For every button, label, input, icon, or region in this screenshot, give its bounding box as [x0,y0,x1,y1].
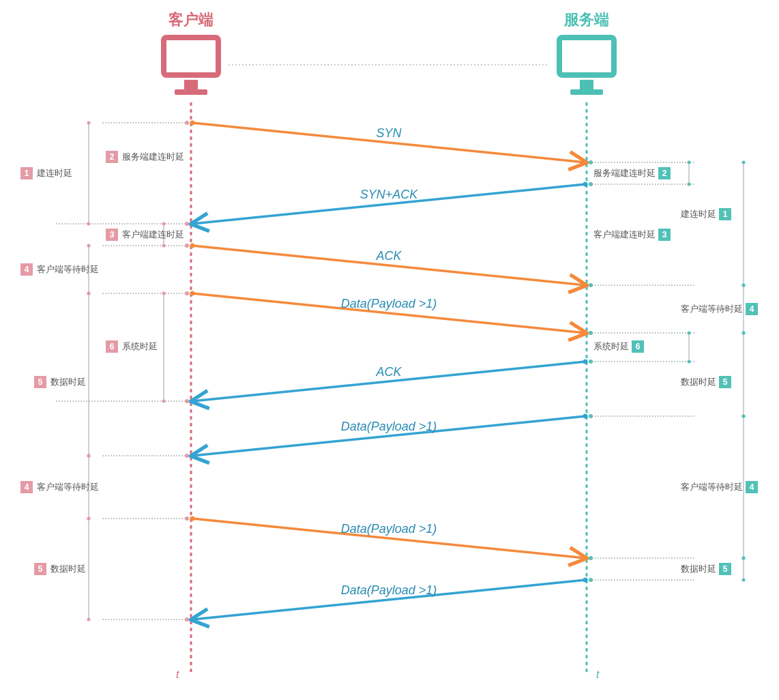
latency-text: 系统时延 [122,341,158,351]
latency-text: 数据时延 [681,377,716,387]
latency-text: 客户端建连时延 [122,229,184,239]
tick-dot [589,160,593,164]
bracket-dot [162,292,166,295]
bracket-dot [87,618,91,622]
tick-dot [185,399,189,403]
bracket-dot [87,244,91,248]
bracket-dot [742,332,746,335]
badge-number: 4 [750,482,754,492]
bracket-dot [162,222,166,226]
badge-number: 1 [25,169,29,178]
svg-rect-0 [164,38,218,75]
tick-dot [589,556,593,560]
latency-text: 数据时延 [50,564,86,574]
latency-text: 数据时延 [681,564,716,574]
bracket-dot [87,121,91,125]
tick-dot [185,121,189,125]
badge-number: 1 [723,209,728,219]
server-latency-label: 客户端等待时延4 [681,481,758,493]
client-latency-label: 1建连时延 [20,167,72,179]
bracket-dot [87,517,91,521]
bracket-dot [742,557,746,560]
latency-text: 建连时延 [36,168,72,178]
client-latency-label: 4客户端等待时延 [20,263,99,276]
message-label: Data(Payload >1) [341,522,437,536]
bracket-dot [742,284,746,287]
badge-number: 2 [662,169,667,178]
message-label: Data(Payload >1) [341,420,437,433]
message-label: SYN+ACK [360,188,419,201]
message-label: Data(Payload >1) [341,297,437,310]
badge-number: 4 [25,482,29,492]
client-latency-label: 6系统时延 [106,340,158,353]
tick-dot [589,414,593,418]
message-start-dot [583,578,588,583]
svg-rect-4 [580,80,593,89]
tick-dot [589,578,593,582]
badge-number: 5 [723,564,728,574]
tick-dot [185,516,189,521]
message-label: Data(Payload >1) [341,583,437,597]
latency-text: 服务端建连时延 [593,168,656,178]
message-start-dot [583,182,588,187]
message-start-dot [583,414,588,419]
message-start-dot [190,291,195,296]
client-latency-label: 3客户端建连时延 [106,229,184,241]
bracket-dot [688,161,691,164]
server-monitor-icon [559,38,614,95]
latency-text: 客户端建连时延 [593,229,656,239]
badge-number: 5 [723,377,728,387]
server-latency-label: 数据时延5 [681,376,731,388]
message-start-dot [583,360,588,364]
bracket-dot [742,415,746,418]
latency-text: 客户端等待时延 [37,482,99,492]
bracket-dot [742,579,746,582]
latency-text: 客户端等待时延 [37,264,99,274]
client-latency-label: 5数据时延 [34,376,86,388]
tick-dot [185,222,189,226]
server-latency-label: 客户端建连时延3 [593,229,671,241]
latency-text: 系统时延 [593,341,629,351]
client-header: 客户端 [168,11,214,28]
latency-text: 建连时延 [680,209,716,219]
bracket-dot [688,183,691,186]
client-t-label: t [176,669,179,680]
badge-number: 5 [38,564,43,574]
latency-text: 客户端等待时延 [681,482,743,492]
latency-text: 客户端等待时延 [681,304,743,314]
client-latency-label: 5数据时延 [34,563,86,575]
bracket-dot [688,360,691,364]
server-latency-label: 系统时延6 [593,340,644,353]
bracket-dot [742,161,746,164]
badge-number: 4 [25,265,29,274]
badge-number: 3 [662,230,667,239]
badge-number: 2 [110,152,115,162]
tcp-latency-diagram: 客户端服务端ttSYNSYN+ACKACKData(Payload >1)ACK… [0,0,779,700]
svg-rect-5 [570,89,603,95]
tick-dot [185,454,189,458]
bracket-dot [87,454,91,458]
svg-rect-3 [559,38,614,75]
tick-dot [589,283,593,287]
svg-rect-2 [175,89,207,95]
tick-dot [589,360,593,364]
server-header: 服务端 [563,11,609,28]
message-label: ACK [375,249,402,263]
message-start-dot [190,121,195,126]
badge-number: 6 [110,342,115,351]
latency-text: 数据时延 [50,377,86,387]
svg-rect-1 [184,80,198,89]
message-label: SYN [376,126,402,140]
bracket-dot [688,332,691,335]
tick-dot [185,244,189,248]
server-latency-label: 数据时延5 [681,563,731,575]
message-label: ACK [375,365,402,379]
server-latency-label: 服务端建连时延2 [593,167,671,179]
server-latency-label: 建连时延1 [680,208,731,220]
message-start-dot [190,244,195,248]
tick-dot [589,182,593,186]
badge-number: 5 [38,377,43,387]
client-latency-label: 4客户端等待时延 [20,481,99,493]
badge-number: 4 [750,304,754,314]
latency-text: 服务端建连时延 [122,151,184,162]
